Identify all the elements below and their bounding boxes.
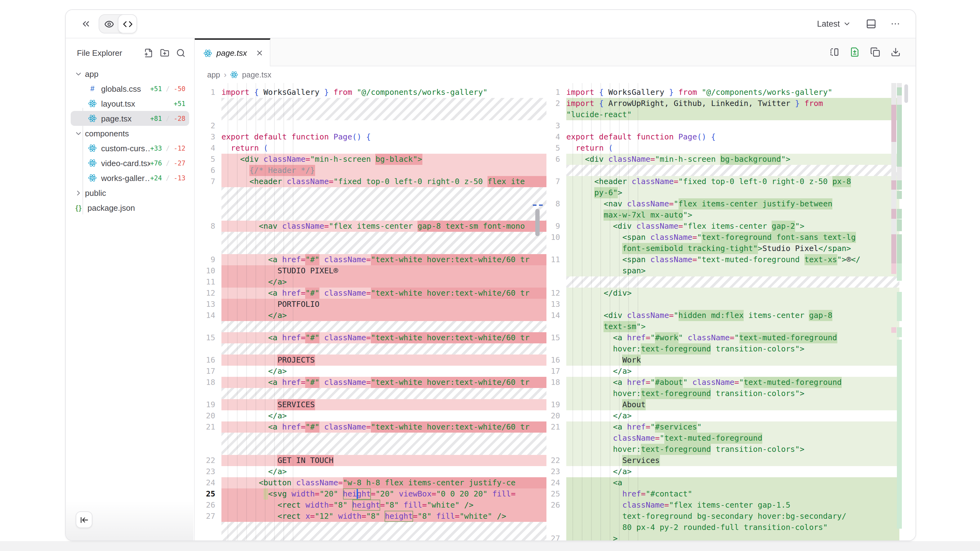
copy-code-button[interactable] (869, 46, 881, 58)
code-line[interactable]: 10 <span className="text-foreground font… (546, 232, 899, 254)
code-line[interactable]: 8 <nav className="flex items-center just… (546, 198, 899, 221)
code-line[interactable]: 17 </a> (546, 366, 899, 377)
code-line[interactable]: 6 {/* Header */} (195, 165, 546, 176)
code-line[interactable]: 24 <button className="w-8 h-8 flex items… (195, 477, 546, 488)
code-line[interactable]: 2 (195, 120, 546, 132)
new-folder-icon (160, 48, 169, 58)
sidebar-item-globals.css[interactable]: #globals.css+51 / -50 (71, 81, 189, 96)
code-line[interactable]: 8 <nav className="flex items-center gap-… (195, 221, 546, 232)
new-folder-button[interactable] (159, 47, 170, 59)
tab-close-button[interactable] (256, 49, 264, 57)
code-line[interactable]: 11 <span className="text-muted-foregroun… (546, 254, 899, 276)
file-label: app (85, 69, 98, 78)
diff-pane-original[interactable]: 1import { WorksGallery } from "@/compone… (195, 83, 546, 540)
code-line[interactable]: 19 SERVICES (195, 399, 546, 410)
code-line[interactable]: 25 href="#contact" (546, 488, 899, 500)
preview-toggle-button[interactable] (99, 14, 118, 33)
code-line[interactable]: 15 <a href="#work" className="text-muted… (546, 332, 899, 354)
code-toggle-button[interactable] (118, 14, 137, 33)
minimap-block (897, 219, 902, 231)
code-line[interactable]: 5 return ( (546, 143, 899, 154)
line-number: 8 (546, 198, 566, 221)
code-line[interactable]: 12 </div> (546, 287, 899, 299)
diff-minimap[interactable] (891, 83, 902, 540)
code-line[interactable]: 7 <header className="fixed top-0 left-0 … (195, 176, 546, 187)
code-line[interactable]: 26 <rect width="8" height="8" fill="whit… (195, 500, 546, 511)
code-line[interactable]: 3export default function Page() { (195, 132, 546, 143)
split-view-button[interactable] (828, 46, 840, 58)
code-line[interactable]: 27 > (546, 533, 899, 540)
code-line[interactable]: 14 </a> (195, 310, 546, 321)
code-line[interactable]: 20 </a> (546, 410, 899, 421)
code-line[interactable]: 10 STUDIO PIXEL® (195, 265, 546, 276)
sidebar-item-layout.tsx[interactable]: layout.tsx+51 (71, 96, 189, 111)
code-line[interactable]: 13 (546, 299, 899, 310)
sidebar-item-components[interactable]: components (71, 126, 189, 141)
code-line[interactable]: 6 <div className="min-h-screen bg-backgr… (546, 154, 899, 165)
file-label: public (85, 188, 106, 197)
scrollbar-track[interactable] (904, 83, 909, 540)
code-line[interactable]: 16 PROJECTS (195, 354, 546, 366)
left-pane-scrollbar-thumb[interactable] (535, 209, 539, 236)
new-file-button[interactable] (143, 47, 154, 59)
code-line[interactable]: 23 </a> (195, 466, 546, 477)
file-label: layout.tsx (101, 99, 135, 108)
code-line[interactable]: 25 <svg width="20" height="20" viewBox="… (195, 488, 546, 500)
code-line[interactable]: 12 <a href="#" className="text-white hov… (195, 287, 546, 299)
download-button[interactable] (889, 46, 902, 58)
scrollbar-thumb[interactable] (904, 84, 908, 103)
breadcrumb-file[interactable]: page.tsx (242, 70, 271, 79)
code-line[interactable]: 11 </a> (195, 276, 546, 287)
code-line[interactable]: 5 <div className="min-h-screen bg-black"… (195, 154, 546, 165)
sidebar-item-public[interactable]: public (71, 185, 189, 200)
code-line[interactable]: 13 PORTFOLIO (195, 299, 546, 310)
sidebar-item-app[interactable]: app (71, 66, 189, 81)
code-line[interactable]: 19 About (546, 399, 899, 410)
diff-collapsed-gap (546, 276, 899, 287)
code-line[interactable]: 1import { WorksGallery } from "@/compone… (195, 87, 546, 98)
diff-pane-modified[interactable]: 1import { WorksGallery } from "@/compone… (546, 83, 899, 540)
tab-page-tsx[interactable]: page.tsx (195, 38, 270, 66)
code-line[interactable]: 22 Services (546, 455, 899, 466)
sidebar-item-package.json[interactable]: {}package.json (71, 200, 189, 215)
code-line[interactable]: 14 <div className="hidden md:flex items-… (546, 310, 899, 332)
code-line[interactable]: 1import { WorksGallery } from "@/compone… (546, 87, 899, 98)
minimap-block (891, 209, 896, 219)
code-line[interactable]: 17 </a> (195, 366, 546, 377)
version-dropdown[interactable]: Latest (813, 19, 855, 29)
code-line[interactable]: 24 <a (546, 477, 899, 488)
code-line[interactable]: 9 <div className="flex items-center gap-… (546, 221, 899, 232)
file-label: globals.css (101, 84, 141, 93)
more-options-button[interactable] (888, 16, 903, 32)
code-line[interactable]: 16 Work (546, 354, 899, 366)
code-line[interactable]: 27 <rect x="12" width="8" height="8" fil… (195, 511, 546, 522)
code-line[interactable]: 4export default function Page() { (546, 132, 899, 143)
sidebar-item-custom-curs-[interactable]: custom-curs…+33 / -12 (71, 141, 189, 156)
sidebar-item-page.tsx[interactable]: page.tsx+81 / -28 (71, 111, 189, 126)
file-diff-button[interactable] (848, 46, 861, 58)
code-line[interactable]: 18 <a href="#" className="text-white hov… (195, 377, 546, 388)
code-line[interactable]: 7 <header className="fixed top-0 left-0 … (546, 176, 899, 198)
collapse-panel-button[interactable] (78, 16, 94, 32)
code-line[interactable]: 2import { ArrowUpRight, Github, Linkedin… (546, 98, 899, 120)
code-line[interactable]: 21 <a href="#" className="text-white hov… (195, 421, 546, 433)
line-number: 22 (195, 455, 221, 466)
sidebar-item-video-card.tsx[interactable]: video-card.tsx+76 / -27 (71, 156, 189, 170)
breadcrumb-folder[interactable]: app (207, 70, 220, 79)
code-line[interactable]: 9 <a href="#" className="text-white hove… (195, 254, 546, 265)
code-line[interactable]: 26 className="flex items-center gap-1.5 … (546, 500, 899, 533)
code-line[interactable]: 4 return ( (195, 143, 546, 154)
diff-counts: +51 (174, 100, 185, 107)
sidebar-item-works-galler-[interactable]: works-galler…+24 / -13 (71, 170, 189, 185)
code-line[interactable]: 15 <a href="#" className="text-white hov… (195, 332, 546, 343)
panel-bottom-button[interactable] (863, 16, 879, 32)
search-files-button[interactable] (175, 47, 187, 59)
collapse-sidebar-button[interactable] (76, 511, 92, 528)
code-line[interactable]: 3 (546, 120, 899, 132)
code-line[interactable]: 20 </a> (195, 410, 546, 421)
code-line[interactable]: 21 <a href="#services" className="text-m… (546, 421, 899, 455)
code-line[interactable]: 22 GET IN TOUCH (195, 455, 546, 466)
code-line[interactable]: 23 </a> (546, 466, 899, 477)
code-line[interactable]: 18 <a href="#about" className="text-mute… (546, 377, 899, 399)
line-number: 25 (546, 488, 566, 500)
